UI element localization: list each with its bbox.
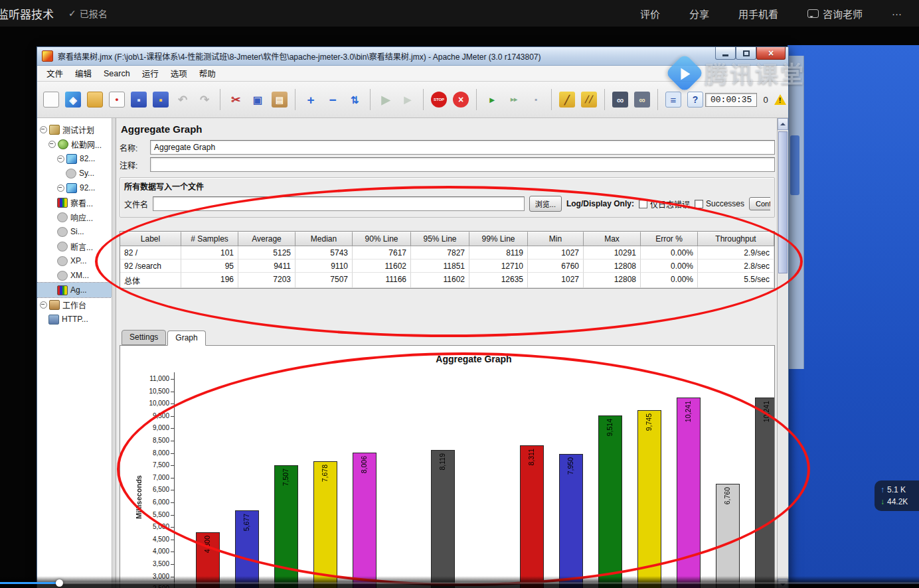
toolbar-button-start-no-timers[interactable]: ▶ <box>398 90 418 110</box>
toolbar-button-collapse-all[interactable]: − <box>323 90 343 110</box>
successes-checkbox[interactable]: Successes <box>695 199 744 208</box>
tree-item-sampler-92[interactable]: 92... <box>37 181 112 195</box>
toolbar-button-save[interactable]: ▪ <box>129 90 149 110</box>
column-header-1[interactable]: # Samples <box>181 232 238 246</box>
maximize-button[interactable] <box>736 47 756 60</box>
upload-speed: 5.1 K <box>887 484 906 496</box>
bar-value-label: 8,311 <box>527 449 536 466</box>
chart-title: Aggregate Graph <box>173 354 774 364</box>
tree-item-item-xm[interactable]: XM... <box>37 268 112 283</box>
column-header-4[interactable]: 90% Line <box>353 232 411 246</box>
menu-help[interactable]: 帮助 <box>193 65 222 82</box>
toolbar-button-expand-all[interactable]: + <box>301 90 321 110</box>
toolbar-button-shutdown[interactable]: × <box>451 90 471 110</box>
configure-button[interactable]: Configure <box>749 197 770 210</box>
tree-item-http-item[interactable]: HTTP... <box>37 312 112 327</box>
progress-bar[interactable] <box>0 582 919 584</box>
column-header-2[interactable]: Average <box>238 232 295 246</box>
toolbar-button-toggle[interactable]: ⇅ <box>345 90 365 110</box>
toolbar-button-function-helper[interactable]: ≡ <box>663 90 683 110</box>
column-header-9[interactable]: Error % <box>641 232 698 246</box>
filename-input[interactable] <box>153 196 525 211</box>
topbar-link-consult-teacher[interactable]: 咨询老师 <box>807 7 863 21</box>
scrollbar-thumb[interactable] <box>778 131 788 273</box>
table-row-1[interactable]: 92 /search959411911011602118511271067601… <box>120 259 774 273</box>
warning-icon[interactable] <box>774 94 786 105</box>
tree-item-view-results-tree[interactable]: 察看... <box>37 195 112 210</box>
comment-input[interactable] <box>150 157 775 172</box>
menu-edit[interactable]: 编辑 <box>69 65 98 82</box>
tree-item-item-sy[interactable]: Sy... <box>37 166 112 181</box>
topbar-link-share[interactable]: 分享 <box>689 7 709 21</box>
y-tick-mark <box>171 540 174 540</box>
tree-item-item-xiang[interactable]: 响应... <box>37 210 112 224</box>
tree-item-item-duan[interactable]: 断言... <box>37 239 112 254</box>
column-header-8[interactable]: Max <box>584 232 641 246</box>
minimize-button[interactable] <box>715 47 736 60</box>
column-header-0[interactable]: Label <box>120 232 181 246</box>
column-header-5[interactable]: 95% Line <box>411 232 469 246</box>
table-row-0[interactable]: 82 /101512557437617782781191027102910.00… <box>120 246 774 259</box>
column-header-7[interactable]: Min <box>528 232 584 246</box>
toolbar-button-help[interactable]: ? <box>685 90 705 110</box>
tree-expand-handle[interactable] <box>40 126 47 133</box>
tree-expand-handle[interactable] <box>40 301 47 309</box>
toolbar-button-remote-stop[interactable]: ▪ <box>526 90 546 110</box>
toolbar-button-clear[interactable]: ╱ <box>557 90 577 110</box>
tree-expand-handle[interactable] <box>57 155 64 163</box>
toolbar-button-remote-start[interactable]: ▸ <box>482 90 502 110</box>
table-cell: 95 <box>181 259 238 273</box>
progress-knob[interactable] <box>56 579 63 587</box>
remote-stop-icon: ▪ <box>528 92 544 108</box>
toolbar-button-copy[interactable]: ▣ <box>248 90 268 110</box>
y-tick-mark <box>171 551 174 552</box>
column-header-6[interactable]: 99% Line <box>469 232 528 246</box>
tree-item-sampler-82[interactable]: 82... <box>37 151 112 166</box>
browse-button[interactable]: 浏览... <box>529 196 562 212</box>
vertical-scrollbar[interactable] <box>777 118 788 588</box>
column-header-3[interactable]: Median <box>295 232 353 246</box>
toolbar-button-redo[interactable]: ↷ <box>195 90 214 110</box>
chart-bar <box>520 445 544 588</box>
toolbar-button-start[interactable]: ▶ <box>376 90 396 110</box>
tree-item-thread-group[interactable]: 松勤网... <box>37 137 112 151</box>
tab-graph[interactable]: Graph <box>167 331 205 346</box>
tree-expand-handle[interactable] <box>57 184 64 192</box>
menu-run[interactable]: 运行 <box>136 65 165 82</box>
tree-item-item-xp[interactable]: XP... <box>37 254 112 268</box>
column-header-10[interactable]: Throughput <box>698 232 774 246</box>
tab-settings[interactable]: Settings <box>122 330 166 345</box>
toolbar-button-search-reset[interactable]: ∞ <box>632 90 652 110</box>
y-tick-label: 9,500 <box>120 412 169 420</box>
topbar-link-more[interactable]: ··· <box>892 8 902 19</box>
scroll-up-arrow[interactable] <box>778 118 788 130</box>
toolbar-button-undo[interactable]: ↶ <box>173 90 193 110</box>
errors-only-checkbox[interactable]: 仅日志错误 <box>639 198 690 210</box>
toolbar-button-paste[interactable]: ▤ <box>270 90 290 110</box>
toolbar-button-save-as[interactable]: ▪ <box>151 90 171 110</box>
tree-expand-handle[interactable] <box>48 141 56 148</box>
window-titlebar[interactable]: 察看结果树.jmx (F:\job\1-课程体系\4-性能测试班\8-Jmete… <box>37 47 788 66</box>
tree-item-test-plan[interactable]: 测试计划 <box>37 122 112 137</box>
toolbar-button-templates[interactable]: ◈ <box>63 90 83 110</box>
tree-item-item-si[interactable]: Si... <box>37 224 112 239</box>
toolbar-button-search[interactable]: ∞ <box>610 90 630 110</box>
menu-options[interactable]: 选项 <box>165 65 193 82</box>
tree-item-workbench[interactable]: 工作台 <box>37 297 112 312</box>
topbar-link-watch-on-phone[interactable]: 用手机看 <box>738 7 778 21</box>
toolbar-button-open-folder[interactable] <box>85 90 105 110</box>
toolbar-button-stop[interactable]: STOP <box>429 90 449 110</box>
close-button[interactable]: × <box>756 47 786 60</box>
table-row-2[interactable]: 总体196720375071116611602126351027128080.0… <box>120 273 774 288</box>
menu-file[interactable]: 文件 <box>41 65 69 82</box>
topbar-link-rate[interactable]: 评价 <box>640 7 660 21</box>
panel-splitter[interactable] <box>112 118 116 588</box>
name-input[interactable]: Aggregate Graph <box>150 140 775 155</box>
menu-search[interactable]: Search <box>98 67 136 80</box>
tree-item-aggregate-graph[interactable]: Ag... <box>37 283 112 297</box>
toolbar-button-close-file[interactable]: ● <box>107 90 127 110</box>
toolbar-button-remote-start-all[interactable]: ▸▸ <box>504 90 524 110</box>
toolbar-button-new-file[interactable] <box>41 90 61 110</box>
toolbar-button-clear-all[interactable]: ╱╱ <box>579 90 599 110</box>
toolbar-button-cut[interactable]: ✂ <box>226 90 246 110</box>
